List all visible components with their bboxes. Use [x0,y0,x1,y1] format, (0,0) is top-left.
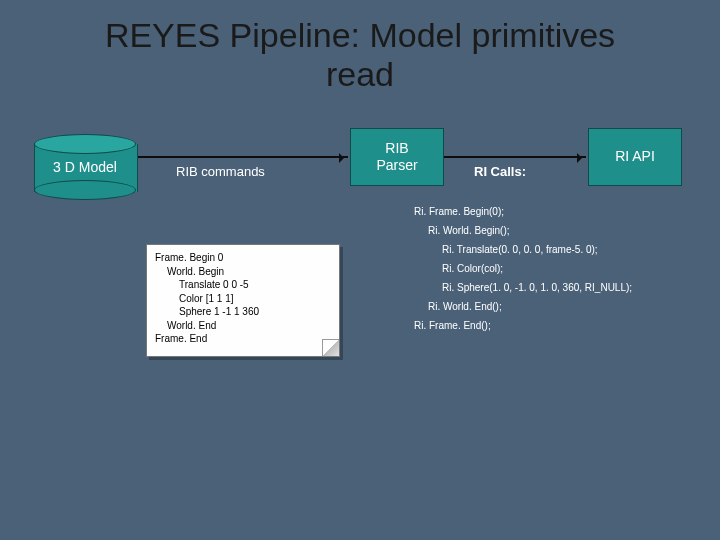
slide-title: REYES Pipeline: Model primitives read [0,0,720,94]
ri-calls-list: Ri. Frame. Begin(0);Ri. World. Begin();R… [414,202,632,335]
node-3d-model: 3 D Model [34,134,136,192]
ri-call-line: Ri. World. Begin(); [414,221,632,240]
arrow-ri-calls [444,156,586,158]
ri-call-line: Ri. Color(col); [414,259,632,278]
node-rib-parser-label: RIB Parser [376,140,417,175]
cylinder-bottom-shape [34,180,136,200]
rib-snippet-line: Color [1 1 1] [155,292,331,306]
title-line-1: REYES Pipeline: Model primitives [105,16,615,54]
node-ri-api: RI API [588,128,682,186]
rib-snippet-line: Sphere 1 -1 1 360 [155,305,331,319]
title-line-2: read [326,55,394,93]
rib-snippet-line: Frame. Begin 0 [155,251,331,265]
arrow-rib-commands [138,156,348,158]
ri-call-line: Ri. Frame. End(); [414,316,632,335]
node-3d-model-label: 3 D Model [34,159,136,175]
rib-snippet-note: Frame. Begin 0World. BeginTranslate 0 0 … [146,244,340,357]
rib-snippet-line: Translate 0 0 -5 [155,278,331,292]
rib-snippet-line: World. End [155,319,331,333]
diagram-stage: 3 D Model RIB commands RIB Parser RI Cal… [0,94,720,514]
rib-snippet-line: World. Begin [155,265,331,279]
ri-call-line: Ri. Sphere(1. 0, -1. 0, 1. 0, 360, RI_NU… [414,278,632,297]
ri-call-line: Ri. World. End(); [414,297,632,316]
node-rib-parser: RIB Parser [350,128,444,186]
note-fold-icon [322,339,339,356]
ri-call-line: Ri. Translate(0. 0, 0. 0, frame-5. 0); [414,240,632,259]
label-ri-calls: RI Calls: [474,164,526,179]
node-ri-api-label: RI API [615,148,655,166]
label-rib-commands: RIB commands [176,164,265,179]
rib-snippet-line: Frame. End [155,332,331,346]
ri-call-line: Ri. Frame. Begin(0); [414,202,632,221]
